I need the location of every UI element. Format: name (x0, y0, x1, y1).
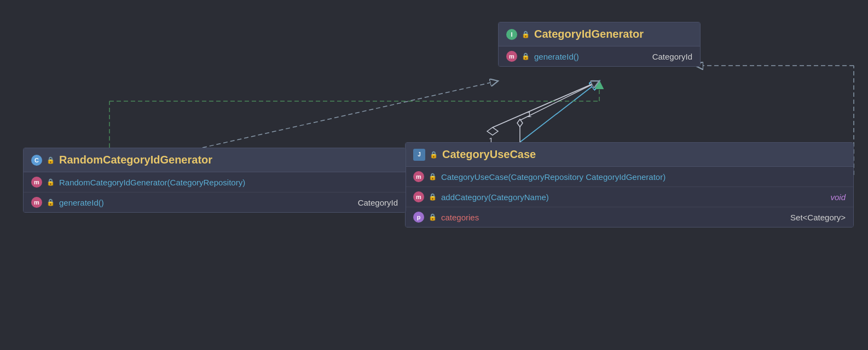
svg-marker-5 (487, 127, 498, 135)
method-badge-5: m (31, 197, 42, 208)
class-badge: C (31, 155, 42, 166)
category-id-generator-header: I 🔒 CategoryIdGenerator (499, 22, 700, 46)
label-association-1a: 1 (527, 109, 531, 119)
constructor-method: CategoryUseCase(CategoryRepository Categ… (441, 172, 846, 182)
lock-icon-5: 🔒 (429, 193, 437, 201)
svg-line-4 (520, 81, 599, 142)
random-generator-header: C 🔒 RandomCategoryIdGenerator (24, 148, 406, 172)
random-generate-id-return: CategoryId (358, 198, 398, 207)
java-badge: J (413, 149, 425, 161)
svg-line-7 (202, 81, 498, 148)
svg-line-13 (520, 81, 599, 120)
category-use-case-box: J 🔒 CategoryUseCase m 🔒 CategoryUseCase(… (405, 142, 854, 228)
generate-id-method: generateId() (534, 52, 648, 61)
svg-marker-14 (517, 119, 523, 127)
interface-badge: I (506, 29, 517, 40)
lock-icon-4: 🔒 (429, 173, 437, 180)
lock-icon-7: 🔒 (47, 156, 55, 164)
lock-icon-9: 🔒 (47, 199, 55, 206)
category-use-case-header: J 🔒 CategoryUseCase (406, 143, 853, 167)
category-id-generator-title: CategoryIdGenerator (534, 28, 644, 40)
category-use-case-body: m 🔒 CategoryUseCase(CategoryRepository C… (406, 167, 853, 227)
random-category-id-generator-box: C 🔒 RandomCategoryIdGenerator m 🔒 Random… (23, 148, 406, 213)
lock-icon-1: 🔒 (522, 31, 530, 38)
method-badge-4: m (31, 177, 42, 188)
svg-line-6 (493, 81, 599, 127)
generate-id-return: CategoryId (652, 52, 692, 61)
lock-icon-6: 🔒 (429, 213, 437, 221)
field-badge-1: p (413, 212, 424, 223)
random-constructor-method: RandomCategoryIdGenerator(CategoryReposi… (59, 178, 398, 187)
method-badge-1: m (506, 51, 517, 62)
random-generate-id-method: generateId() (59, 198, 354, 207)
random-generator-title: RandomCategoryIdGenerator (59, 154, 212, 166)
lock-icon-8: 🔒 (47, 178, 55, 186)
method-badge-3: m (413, 191, 424, 202)
random-generate-id-row: m 🔒 generateId() CategoryId (24, 192, 406, 212)
category-id-generator-body: m 🔒 generateId() CategoryId (499, 46, 700, 66)
categories-return: Set<Category> (790, 213, 846, 222)
category-id-generator-box: I 🔒 CategoryIdGenerator m 🔒 generateId()… (498, 22, 701, 67)
lock-icon-3: 🔒 (430, 151, 438, 159)
add-category-method: addCategory(CategoryName) (441, 192, 826, 202)
method-badge-2: m (413, 171, 424, 182)
diagram-canvas: CategoryIdGenerator (top interface impl)… (0, 0, 868, 350)
generate-id-row: m 🔒 generateId() CategoryId (499, 46, 700, 66)
category-use-case-title: CategoryUseCase (442, 148, 536, 161)
categories-row: p 🔒 categories Set<Category> (406, 207, 853, 227)
random-constructor-row: m 🔒 RandomCategoryIdGenerator(CategoryRe… (24, 172, 406, 192)
lock-icon-2: 🔒 (522, 52, 530, 60)
constructor-row: m 🔒 CategoryUseCase(CategoryRepository C… (406, 167, 853, 187)
categories-field: categories (441, 213, 786, 222)
add-category-return: void (830, 192, 846, 202)
random-generator-body: m 🔒 RandomCategoryIdGenerator(CategoryRe… (24, 172, 406, 212)
add-category-row: m 🔒 addCategory(CategoryName) void (406, 187, 853, 207)
svg-line-8 (520, 81, 599, 142)
